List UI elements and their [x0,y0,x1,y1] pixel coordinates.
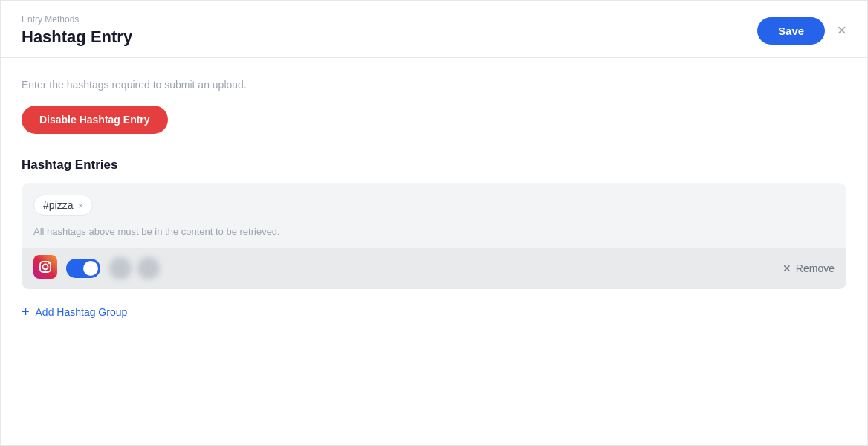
hashtag-hint: All hashtags above must be in the conten… [33,226,835,237]
add-group-plus-icon: + [22,304,30,320]
header-right: Save × [757,17,846,45]
content: Enter the hashtags required to submit an… [1,58,867,320]
svg-point-3 [48,262,50,264]
toggle-thumb [83,261,98,276]
remove-icon: ✕ [783,262,791,274]
breadcrumb: Entry Methods [22,14,132,25]
instagram-icon [33,255,57,282]
blurred-social-icons [109,257,160,279]
add-hashtag-group-label: Add Hashtag Group [36,306,128,318]
disable-hashtag-entry-button[interactable]: Disable Hashtag Entry [22,106,168,134]
page-container: Entry Methods Hashtag Entry Save × Enter… [0,0,868,446]
header-left: Entry Methods Hashtag Entry [22,14,132,47]
tag-remove-icon[interactable]: × [77,200,83,211]
blurred-icon-1 [109,257,132,279]
description-text: Enter the hashtags required to submit an… [22,79,846,91]
remove-label: Remove [796,262,835,274]
save-button[interactable]: Save [757,17,825,45]
page-title: Hashtag Entry [22,28,132,47]
blurred-icon-2 [137,257,160,279]
tag-text: #pizza [43,199,73,211]
header: Entry Methods Hashtag Entry Save × [1,1,867,58]
toggle-track[interactable] [66,259,100,278]
hashtag-tag[interactable]: #pizza × [33,195,93,216]
card-bottom-left [33,255,160,282]
remove-group-button[interactable]: ✕ Remove [783,262,835,274]
add-hashtag-group-row[interactable]: + Add Hashtag Group [22,304,846,320]
close-button[interactable]: × [837,22,846,39]
hashtag-group-card: #pizza × All hashtags above must be in t… [22,183,846,289]
svg-rect-0 [33,255,57,279]
card-bottom-row: ✕ Remove [22,248,846,289]
toggle-switch[interactable] [66,259,100,278]
hashtag-tags-row: #pizza × [33,195,835,216]
section-title: Hashtag Entries [22,158,846,172]
